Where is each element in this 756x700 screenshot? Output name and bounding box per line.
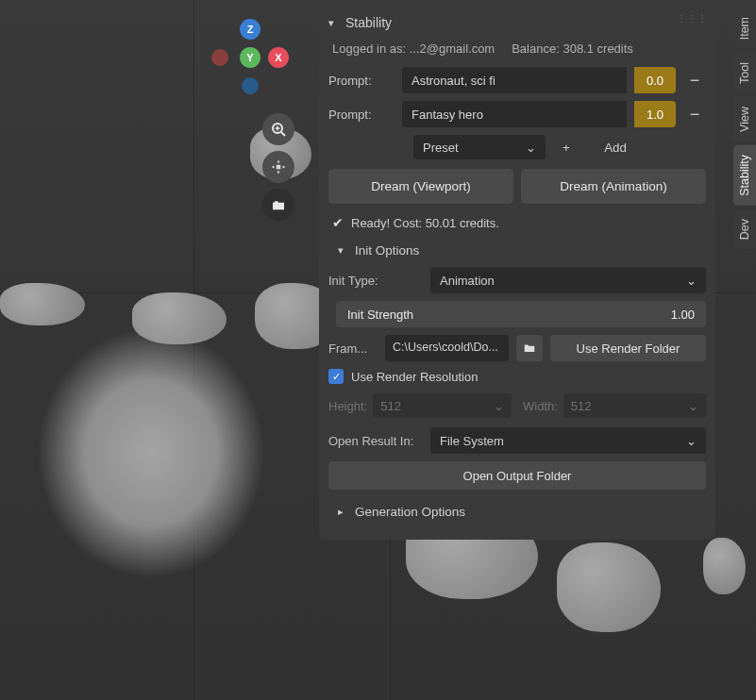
open-output-folder-button[interactable]: Open Output Folder [328,461,706,490]
init-type-select[interactable]: Animation ⌄ [430,267,706,293]
side-tabs: Item Tool View Stability Dev [733,8,756,249]
chevron-down-icon: ⌄ [526,141,536,155]
chevron-down-icon: ⌄ [686,434,697,448]
prompt-weight-1[interactable] [634,101,676,127]
prompt-row-1: Prompt: − [328,101,706,127]
dream-animation-button[interactable]: Dream (Animation) [521,169,706,204]
init-strength-row: Init Strength 1.00 [328,301,706,327]
chevron-down-icon: ▾ [328,17,340,29]
prompt-weight-0[interactable] [634,67,676,93]
use-render-resolution-checkbox[interactable]: ✓ [328,369,344,384]
tab-item[interactable]: Item [733,8,756,49]
tab-stability[interactable]: Stability [733,145,756,206]
generation-options-title: Generation Options [355,505,465,519]
chevron-down-icon: ⌄ [494,399,504,413]
chevron-down-icon: ⌄ [686,274,697,288]
open-result-row: Open Result In: File System ⌄ [328,427,706,454]
use-render-resolution-row[interactable]: ✓ Use Render Resolution [328,369,706,384]
axis-z[interactable]: Z [240,19,260,40]
width-value: 512 [571,399,592,413]
prompt-input-1[interactable] [402,101,627,127]
frame-path-label: Fram... [328,342,378,356]
status-row: ✔ Ready! Cost: 50.01 credits. [328,215,706,230]
panel-title: Stability [345,15,392,30]
tab-dev[interactable]: Dev [733,209,756,249]
axis-y[interactable]: Y [240,47,260,68]
prompt-label: Prompt: [328,74,395,88]
generation-options-header[interactable]: ▸ Generation Options [328,505,706,519]
axis-neg-z[interactable] [242,77,259,94]
browse-folder-button[interactable] [516,335,543,361]
height-value: 512 [380,399,401,413]
frame-path-row: Fram... C:\Users\coold\Do... Use Render … [328,335,706,361]
stability-panel: ⋮⋮⋮ ▾ Stability Logged in as: ...2@gmail… [319,8,715,540]
balance-value: 308.1 credits [563,42,632,56]
open-result-value: File System [440,434,504,448]
preset-label: Preset [423,141,459,155]
svg-line-1 [281,132,285,136]
dimensions-row: Height: 512⌄ Width: 512⌄ [328,393,706,418]
init-strength-field[interactable]: Init Strength 1.00 [336,301,706,327]
dream-viewport-button[interactable]: Dream (Viewport) [328,169,513,204]
init-type-label: Init Type: [328,274,423,288]
balance-label: Balance: [512,42,560,56]
init-options-title: Init Options [355,243,419,258]
preset-row: Preset ⌄ + Add [328,135,706,159]
axis-x[interactable]: X [268,47,289,68]
prompt-label: Prompt: [328,108,395,122]
prompt-input-0[interactable] [402,67,627,93]
open-result-label: Open Result In: [328,434,423,448]
add-preset-button[interactable]: Add [587,137,644,158]
account-info: Logged in as: ...2@gmail.com Balance: 30… [328,42,706,56]
status-text: Ready! Cost: 50.01 credits. [351,216,499,230]
login-email: ...2@gmail.com [410,42,496,56]
preset-select[interactable]: Preset ⌄ [413,135,546,159]
frame-path-input[interactable]: C:\Users\coold\Do... [385,335,509,361]
tab-tool[interactable]: Tool [733,53,756,93]
width-input: 512⌄ [563,393,706,418]
dream-buttons: Dream (Viewport) Dream (Animation) [328,169,706,204]
remove-prompt-button[interactable]: − [683,69,706,92]
viewport-tools [262,113,294,221]
add-preset-plus-button[interactable]: + [553,137,580,158]
login-label: Logged in as: [332,42,406,56]
prompt-row-0: Prompt: − [328,67,706,93]
init-strength-value: 1.00 [671,308,695,322]
remove-prompt-button[interactable]: − [683,103,706,125]
navigation-gizmo[interactable]: Z Y X [208,19,293,123]
open-result-select[interactable]: File System ⌄ [430,427,706,454]
camera-tool-icon[interactable] [262,189,294,221]
chevron-right-icon: ▸ [338,506,349,518]
mesh-rock [703,538,746,594]
chevron-down-icon: ⌄ [688,399,698,413]
check-icon: ✔ [332,215,344,230]
chevron-down-icon: ▾ [338,244,349,257]
init-type-row: Init Type: Animation ⌄ [328,267,706,293]
height-input: 512⌄ [373,393,512,418]
use-render-folder-button[interactable]: Use Render Folder [550,335,706,361]
use-render-resolution-label: Use Render Resolution [351,370,478,384]
init-strength-label: Init Strength [347,308,413,322]
pan-tool-icon[interactable] [262,151,294,183]
mesh-rock [557,542,661,632]
height-label: Height: [328,399,367,413]
init-options-header[interactable]: ▾ Init Options [328,243,706,258]
axis-neg-x[interactable] [211,49,228,66]
zoom-tool-icon[interactable] [262,113,294,145]
tab-view[interactable]: View [733,97,756,142]
panel-header[interactable]: ▾ Stability [328,15,706,30]
init-type-value: Animation [440,274,495,288]
panel-drag-handle-icon[interactable]: ⋮⋮⋮ [677,13,708,24]
width-label: Width: [523,399,558,413]
